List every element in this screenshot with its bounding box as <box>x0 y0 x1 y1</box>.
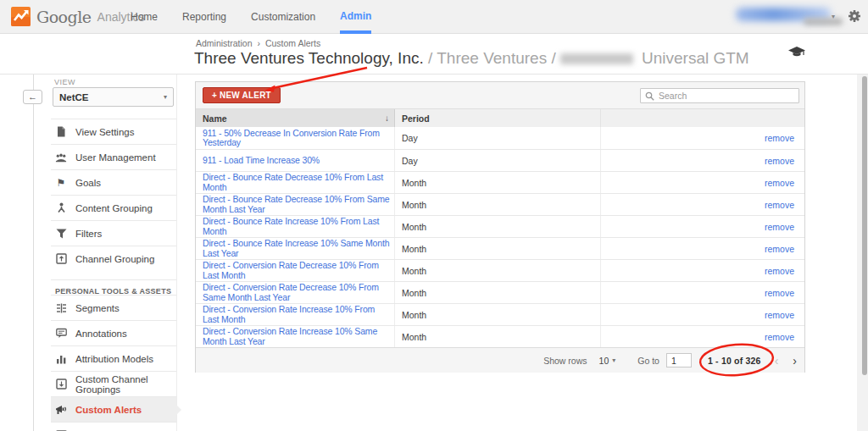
alert-name-link[interactable]: Direct - Conversion Rate Decrease 10% Fr… <box>203 261 391 280</box>
top-bar: Google Analytics Home Reporting Customiz… <box>0 0 868 34</box>
alerts-search-box[interactable] <box>640 88 799 103</box>
view-selector-caret-icon: ▾ <box>164 93 167 101</box>
table-row: Direct - Conversion Rate Decrease 10% Fr… <box>196 259 804 281</box>
remove-link[interactable]: remove <box>765 310 794 320</box>
goto-page-input[interactable] <box>666 353 692 367</box>
remove-link[interactable]: remove <box>765 332 794 342</box>
sort-descending-icon[interactable]: ↓ <box>385 113 389 123</box>
remove-link[interactable]: remove <box>765 222 794 232</box>
previous-page-chevron-icon[interactable]: ‹ <box>775 354 779 367</box>
column-header-name[interactable]: Name ↓ <box>196 109 395 127</box>
bar-chart-icon <box>55 353 67 364</box>
alert-period-value: Month <box>395 304 601 325</box>
alert-name-link[interactable]: Direct - Conversion Rate Increase 10% Fr… <box>203 305 391 324</box>
view-selector-dropdown[interactable]: NetCE ▾ <box>53 87 174 107</box>
view-selector-value: NetCE <box>59 92 164 102</box>
alert-period-value: Day <box>395 127 601 149</box>
remove-link[interactable]: remove <box>765 200 794 210</box>
table-row: 911 - 50% Decrease In Conversion Rate Fr… <box>196 127 804 149</box>
next-page-chevron-icon[interactable]: › <box>793 354 797 367</box>
speech-bubble-icon <box>55 328 67 339</box>
goto-page-label: Go to <box>637 356 659 366</box>
sidebar-item-annotations[interactable]: Annotations <box>51 320 176 345</box>
sidebar-item-channel-grouping[interactable]: Channel Grouping <box>51 246 176 271</box>
table-row: 911 - Load Time Increase 30% Day remove <box>196 149 804 171</box>
page-header: Administration › Custom Alerts Three Ven… <box>0 35 868 75</box>
alert-name-link[interactable]: Direct - Bounce Rate Increase 10% From L… <box>203 217 391 236</box>
custom-channel-grouping-icon <box>55 379 67 390</box>
alert-name-link[interactable]: Direct - Bounce Rate Decrease 10% From S… <box>203 195 391 214</box>
view-column-label: VIEW <box>54 78 75 86</box>
settings-gear-icon[interactable] <box>848 9 861 26</box>
search-icon <box>645 91 654 101</box>
custom-alerts-panel: + NEW ALERT Name ↓ Period 911 - 50% Decr… <box>195 81 805 373</box>
education-graduation-cap-icon[interactable] <box>788 47 805 63</box>
nav-admin[interactable]: Admin <box>340 0 371 34</box>
new-alert-button[interactable]: + NEW ALERT <box>203 87 281 103</box>
redacted-view-name <box>560 53 633 64</box>
alert-name-link[interactable]: 911 - 50% Decrease In Conversion Rate Fr… <box>203 129 391 148</box>
collapse-sidebar-back-button[interactable]: ← <box>23 90 42 104</box>
alert-name-link[interactable]: Direct - Bounce Rate Decrease 10% From L… <box>203 173 391 192</box>
sidebar-item-content-grouping[interactable]: Content Grouping <box>51 195 176 220</box>
table-row: Direct - Conversion Rate Increase 10% Fr… <box>196 303 804 325</box>
account-menu-caret-icon[interactable]: ▾ <box>832 13 835 20</box>
nav-home[interactable]: Home <box>131 0 158 34</box>
breadcrumb-administration[interactable]: Administration <box>196 38 253 48</box>
breadcrumb: Administration › Custom Alerts <box>196 38 323 48</box>
remove-link[interactable]: remove <box>765 133 794 143</box>
megaphone-icon <box>55 404 67 415</box>
channel-grouping-icon <box>55 253 67 264</box>
alert-period-value: Month <box>395 194 601 215</box>
segments-icon <box>55 302 67 313</box>
scrollbar-thumb[interactable] <box>862 76 867 375</box>
alert-name-link[interactable]: Direct - Conversion Rate Decrease 10% Fr… <box>203 283 391 302</box>
column-header-actions <box>601 109 804 127</box>
admin-sidebar: VIEW NetCE ▾ View Settings User Manageme… <box>34 75 176 431</box>
page-title: Three Ventures Technology, Inc. / Three … <box>194 49 749 68</box>
alert-name-link[interactable]: Direct - Bounce Rate Increase 10% Same M… <box>203 239 391 258</box>
sidebar-right-divider <box>176 75 177 431</box>
sidebar-item-custom-alerts[interactable]: Custom Alerts <box>51 396 176 422</box>
table-row: Direct - Bounce Rate Decrease 10% From L… <box>196 171 804 193</box>
remove-link[interactable]: remove <box>765 178 794 188</box>
alert-name-link[interactable]: 911 - Load Time Increase 30% <box>203 156 320 166</box>
sidebar-item-view-settings[interactable]: View Settings <box>51 119 176 144</box>
redacted-account-subtext <box>804 18 843 25</box>
logo-google-text: Google <box>36 8 92 26</box>
primary-nav: Home Reporting Customization Admin <box>131 0 371 34</box>
table-row: Direct - Bounce Rate Increase 10% Same M… <box>196 237 804 259</box>
remove-link[interactable]: remove <box>765 266 794 276</box>
table-row: Direct - Conversion Rate Decrease 10% Fr… <box>196 281 804 303</box>
grouping-person-icon <box>55 202 67 213</box>
show-rows-caret-icon[interactable]: ▾ <box>612 356 615 364</box>
search-input[interactable] <box>659 91 786 101</box>
sidebar-item-scheduled-emails[interactable]: Scheduled Emails <box>51 422 176 431</box>
remove-link[interactable]: remove <box>765 244 794 254</box>
funnel-icon <box>55 228 67 239</box>
alert-period-value: Month <box>395 260 601 281</box>
remove-link[interactable]: remove <box>765 288 794 298</box>
nav-reporting[interactable]: Reporting <box>182 0 226 34</box>
table-header-row: Name ↓ Period <box>196 109 804 127</box>
remove-link[interactable]: remove <box>765 156 794 166</box>
account-name: Three Ventures Technology, Inc. <box>194 49 424 67</box>
alert-name-link[interactable]: Direct - Conversion Rate Increase 10% Sa… <box>203 327 391 346</box>
column-header-period[interactable]: Period <box>395 109 601 127</box>
sidebar-item-filters[interactable]: Filters <box>51 220 176 246</box>
sidebar-item-custom-channel-groupings[interactable]: Custom Channel Groupings <box>51 371 176 396</box>
sidebar-item-user-management[interactable]: User Management <box>51 144 176 169</box>
google-analytics-logo[interactable]: Google Analytics <box>11 7 145 26</box>
users-icon <box>55 152 67 163</box>
sidebar-item-attribution-models[interactable]: Attribution Models <box>51 345 176 371</box>
document-icon <box>55 126 67 137</box>
alert-period-value: Month <box>395 172 601 193</box>
show-rows-value[interactable]: 10 <box>599 356 609 366</box>
breadcrumb-separator: › <box>257 38 260 48</box>
alert-period-value: Day <box>395 150 601 171</box>
sidebar-item-goals[interactable]: ⚑ Goals <box>51 169 176 195</box>
show-rows-label: Show rows <box>543 356 587 366</box>
nav-customization[interactable]: Customization <box>251 0 315 34</box>
view-name-suffix: Universal GTM <box>642 49 749 67</box>
sidebar-item-segments[interactable]: Segments <box>51 295 176 320</box>
